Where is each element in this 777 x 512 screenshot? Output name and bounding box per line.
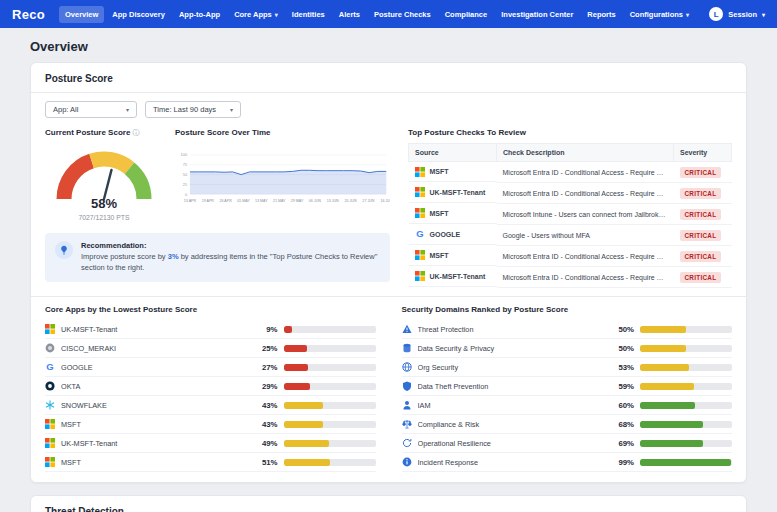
nav-item-app-discovery[interactable]: App Discovery (106, 6, 171, 23)
divider (31, 296, 746, 297)
posture-line-chart: 025507510013 APR19 APR26 APR05 MAY13 MAY… (175, 143, 390, 223)
posture-check-row[interactable]: UK-MSFT-Tenant Microsoft Entra ID - Cond… (409, 267, 732, 288)
msft-icon (45, 324, 55, 334)
score-row-percent: 27% (252, 363, 278, 372)
core-app-score-row[interactable]: CISCO_MERAKI 25% (45, 339, 376, 358)
security-domain-score-row[interactable]: IAM 60% (402, 396, 733, 415)
nav-item-core-apps[interactable]: Core Apps▾ (228, 6, 284, 23)
core-app-score-row[interactable]: MSFT 51% (45, 453, 376, 472)
score-bar (640, 364, 732, 371)
security-domain-score-row[interactable]: Compliance & Risk 68% (402, 415, 733, 434)
security-domain-score-row[interactable]: Org Security 53% (402, 358, 733, 377)
severity-badge: CRITICAL (680, 272, 722, 283)
page-title: Overview (30, 39, 747, 54)
current-posture-score-block: Current Posture Score ⓘ 58% 7027/12130 P… (45, 128, 163, 223)
check-source: MSFT (430, 210, 449, 217)
msft-icon (415, 187, 425, 197)
core-app-score-row[interactable]: OKTA 29% (45, 377, 376, 396)
app-filter-select[interactable]: App: All ▾ (45, 101, 137, 118)
gauge-value: 58% (49, 196, 159, 211)
svg-text:20 JUN: 20 JUN (345, 199, 357, 203)
msft-icon (415, 271, 425, 281)
score-row-percent: 43% (252, 401, 278, 410)
score-bar (284, 440, 376, 447)
svg-text:26 APR: 26 APR (220, 199, 233, 203)
table-header-row: SourceCheck DescriptionSeverity (409, 144, 732, 162)
nav-item-alerts[interactable]: Alerts (333, 6, 366, 23)
recommendation-text: Improve posture score by 3% by addressin… (81, 252, 380, 274)
nav-item-investigation-center[interactable]: Investigation Center (495, 6, 579, 23)
score-row-label: Threat Protection (418, 325, 603, 334)
score-row-label: SNOWFLAKE (61, 401, 246, 410)
core-apps-panel: Core Apps by the Lowest Posture Score UK… (45, 305, 376, 472)
score-row-percent: 53% (608, 363, 634, 372)
score-row-percent: 29% (252, 382, 278, 391)
check-source: MSFT (430, 252, 449, 259)
check-source: GOOGLE (430, 231, 461, 238)
posture-check-row[interactable]: UK-MSFT-Tenant Microsoft Entra ID - Cond… (409, 183, 732, 204)
score-bar (640, 345, 732, 352)
nav-item-app-to-app[interactable]: App-to-App (173, 6, 226, 23)
score-row-label: Compliance & Risk (418, 420, 603, 429)
core-apps-title: Core Apps by the Lowest Posture Score (45, 305, 376, 314)
nav-item-identities[interactable]: Identities (286, 6, 331, 23)
okta-icon (45, 381, 55, 391)
datasec-icon (402, 343, 412, 353)
column-header-source: Source (409, 144, 497, 162)
score-row-percent: 59% (608, 382, 634, 391)
score-bar (640, 402, 732, 409)
session-label: Session (728, 10, 757, 19)
score-bar (640, 459, 732, 466)
info-icon[interactable]: ⓘ (133, 129, 140, 136)
posture-check-row[interactable]: GGOOGLE Google - Users without MFA CRITI… (409, 225, 732, 246)
score-row-label: MSFT (61, 420, 246, 429)
security-domain-score-row[interactable]: Incident Response 99% (402, 453, 733, 472)
app-filter-value: App: All (53, 105, 78, 114)
nav-item-overview[interactable]: Overview (59, 6, 104, 23)
security-domains-panel: Security Domains Ranked by Posture Score… (402, 305, 733, 472)
top-checks-title: Top Posture Checks To Review (408, 128, 732, 137)
core-app-score-row[interactable]: SNOWFLAKE 43% (45, 396, 376, 415)
score-bar (284, 383, 376, 390)
score-row-percent: 69% (608, 439, 634, 448)
security-domain-score-row[interactable]: Operational Resilience 69% (402, 434, 733, 453)
chevron-down-icon: ▾ (762, 11, 765, 18)
time-filter-value: Time: Last 90 days (153, 105, 216, 114)
svg-text:16 JUL: 16 JUL (381, 199, 390, 203)
iam-icon (402, 400, 412, 410)
threat-detection-card: Threat Detection By Status (30, 495, 747, 512)
datatheft-icon (402, 381, 412, 391)
posture-check-row[interactable]: MSFT Microsoft Intune - Users can connec… (409, 204, 732, 225)
nav-item-posture-checks[interactable]: Posture Checks (368, 6, 437, 23)
posture-over-time-title: Posture Score Over Time (175, 128, 390, 137)
app-logo[interactable]: Reco (12, 7, 45, 22)
msft-icon (415, 208, 425, 218)
core-app-score-row[interactable]: MSFT 43% (45, 415, 376, 434)
security-domain-score-row[interactable]: Data Theft Prevention 59% (402, 377, 733, 396)
svg-text:75: 75 (183, 162, 188, 167)
score-bar (640, 383, 732, 390)
time-filter-select[interactable]: Time: Last 90 days ▾ (145, 101, 241, 118)
user-avatar[interactable]: L (709, 7, 723, 21)
nav-item-compliance[interactable]: Compliance (439, 6, 494, 23)
score-row-percent: 99% (608, 458, 634, 467)
core-app-score-row[interactable]: UK-MSFT-Tenant 9% (45, 320, 376, 339)
msft-icon (45, 457, 55, 467)
nav-item-configurations[interactable]: Configurations▾ (624, 6, 695, 23)
core-app-score-row[interactable]: UK-MSFT-Tenant 49% (45, 434, 376, 453)
security-domain-score-row[interactable]: Data Security & Privacy 50% (402, 339, 733, 358)
posture-check-row[interactable]: MSFT Microsoft Entra ID - Conditional Ac… (409, 162, 732, 183)
security-domain-score-row[interactable]: Threat Protection 50% (402, 320, 733, 339)
threat-detection-title: Threat Detection (45, 506, 732, 512)
score-bar (284, 364, 376, 371)
core-app-score-row[interactable]: G GOOGLE 27% (45, 358, 376, 377)
nav-item-reports[interactable]: Reports (581, 6, 621, 23)
severity-badge: CRITICAL (680, 188, 722, 199)
score-row-percent: 9% (252, 325, 278, 334)
posture-over-time-block: Posture Score Over Time 025507510013 APR… (175, 128, 390, 223)
score-bar (284, 421, 376, 428)
session-menu[interactable]: L Session ▾ (709, 7, 765, 21)
column-header-check-description: Check Description (497, 144, 674, 162)
posture-check-row[interactable]: MSFT Microsoft Entra ID - Conditional Ac… (409, 246, 732, 267)
posture-score-card: Posture Score App: All ▾ Time: Last 90 d… (30, 62, 747, 483)
